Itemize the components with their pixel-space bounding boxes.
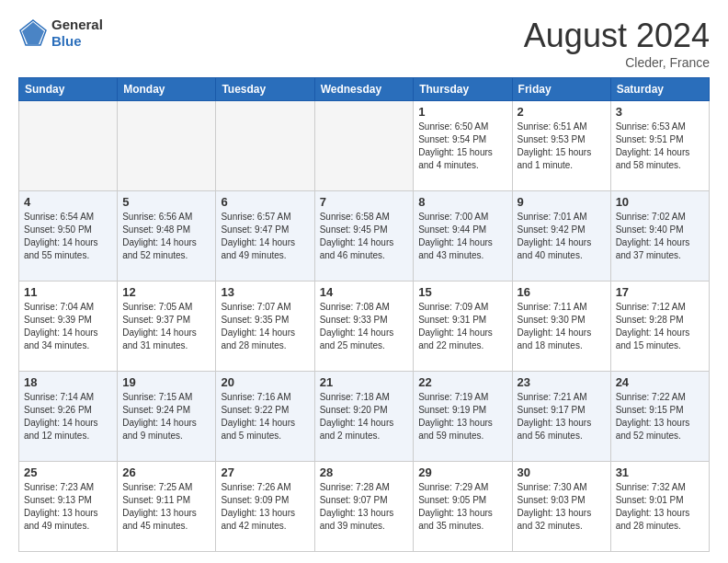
table-row: 15Sunrise: 7:09 AMSunset: 9:31 PMDayligh… <box>414 282 512 372</box>
day-info: Sunrise: 7:00 AMSunset: 9:44 PMDaylight:… <box>418 211 506 262</box>
day-info: Sunrise: 6:58 AMSunset: 9:45 PMDaylight:… <box>320 211 409 262</box>
day-number: 19 <box>122 375 210 389</box>
day-number: 15 <box>418 285 506 299</box>
calendar-week-row: 1Sunrise: 6:50 AMSunset: 9:54 PMDaylight… <box>19 101 710 191</box>
day-info: Sunrise: 7:15 AMSunset: 9:24 PMDaylight:… <box>122 391 210 442</box>
day-info: Sunrise: 7:12 AMSunset: 9:28 PMDaylight:… <box>616 301 704 352</box>
day-info: Sunrise: 7:28 AMSunset: 9:07 PMDaylight:… <box>320 481 409 533</box>
day-number: 17 <box>616 285 704 299</box>
table-row: 3Sunrise: 6:53 AMSunset: 9:51 PMDaylight… <box>610 101 709 191</box>
day-number: 5 <box>122 195 210 209</box>
day-number: 2 <box>518 105 606 119</box>
day-info: Sunrise: 7:22 AMSunset: 9:15 PMDaylight:… <box>616 391 704 442</box>
day-info: Sunrise: 7:14 AMSunset: 9:26 PMDaylight:… <box>24 391 112 442</box>
day-number: 8 <box>418 195 506 209</box>
header-monday: Monday <box>118 78 216 101</box>
table-row: 2Sunrise: 6:51 AMSunset: 9:53 PMDaylight… <box>512 101 610 191</box>
table-row: 8Sunrise: 7:00 AMSunset: 9:44 PMDaylight… <box>414 191 512 282</box>
table-row: 4Sunrise: 6:54 AMSunset: 9:50 PMDaylight… <box>19 191 118 282</box>
table-row: 25Sunrise: 7:23 AMSunset: 9:13 PMDayligh… <box>19 462 118 552</box>
table-row <box>19 101 118 191</box>
day-number: 21 <box>320 375 409 389</box>
day-number: 23 <box>518 375 606 389</box>
table-row: 28Sunrise: 7:28 AMSunset: 9:07 PMDayligh… <box>314 462 414 552</box>
day-info: Sunrise: 7:05 AMSunset: 9:37 PMDaylight:… <box>122 301 210 352</box>
header-friday: Friday <box>512 78 610 101</box>
calendar-week-row: 18Sunrise: 7:14 AMSunset: 9:26 PMDayligh… <box>19 372 710 462</box>
table-row: 6Sunrise: 6:57 AMSunset: 9:47 PMDaylight… <box>216 191 314 282</box>
day-info: Sunrise: 7:08 AMSunset: 9:33 PMDaylight:… <box>320 301 409 352</box>
day-info: Sunrise: 7:23 AMSunset: 9:13 PMDaylight:… <box>24 481 112 533</box>
calendar-week-row: 4Sunrise: 6:54 AMSunset: 9:50 PMDaylight… <box>19 191 710 282</box>
day-number: 12 <box>122 285 210 299</box>
table-row: 7Sunrise: 6:58 AMSunset: 9:45 PMDaylight… <box>314 191 414 282</box>
table-row: 31Sunrise: 7:32 AMSunset: 9:01 PMDayligh… <box>610 462 709 552</box>
logo-text: General Blue <box>51 17 103 50</box>
day-number: 22 <box>418 375 506 389</box>
table-row <box>216 101 314 191</box>
day-info: Sunrise: 7:19 AMSunset: 9:19 PMDaylight:… <box>418 391 506 442</box>
day-info: Sunrise: 7:04 AMSunset: 9:39 PMDaylight:… <box>24 301 112 352</box>
day-info: Sunrise: 6:56 AMSunset: 9:48 PMDaylight:… <box>122 211 210 262</box>
header-wednesday: Wednesday <box>314 78 414 101</box>
table-row: 17Sunrise: 7:12 AMSunset: 9:28 PMDayligh… <box>610 282 709 372</box>
day-number: 10 <box>616 195 704 209</box>
day-number: 14 <box>320 285 409 299</box>
month-year: August 2024 <box>524 17 710 55</box>
day-info: Sunrise: 6:57 AMSunset: 9:47 PMDaylight:… <box>221 211 309 262</box>
day-number: 3 <box>616 105 704 119</box>
location: Cleder, France <box>524 55 710 70</box>
day-number: 29 <box>418 465 506 479</box>
table-row: 20Sunrise: 7:16 AMSunset: 9:22 PMDayligh… <box>216 372 314 462</box>
day-number: 11 <box>24 285 112 299</box>
table-row: 18Sunrise: 7:14 AMSunset: 9:26 PMDayligh… <box>19 372 118 462</box>
day-number: 9 <box>518 195 606 209</box>
day-info: Sunrise: 7:30 AMSunset: 9:03 PMDaylight:… <box>518 481 606 533</box>
day-info: Sunrise: 7:32 AMSunset: 9:01 PMDaylight:… <box>616 481 704 533</box>
day-info: Sunrise: 7:16 AMSunset: 9:22 PMDaylight:… <box>221 391 309 442</box>
page: General Blue August 2024 Cleder, France … <box>0 0 728 563</box>
table-row: 5Sunrise: 6:56 AMSunset: 9:48 PMDaylight… <box>118 191 216 282</box>
table-row: 16Sunrise: 7:11 AMSunset: 9:30 PMDayligh… <box>512 282 610 372</box>
day-info: Sunrise: 6:54 AMSunset: 9:50 PMDaylight:… <box>24 211 112 262</box>
calendar: Sunday Monday Tuesday Wednesday Thursday… <box>18 77 710 552</box>
day-info: Sunrise: 6:53 AMSunset: 9:51 PMDaylight:… <box>616 121 704 172</box>
calendar-week-row: 11Sunrise: 7:04 AMSunset: 9:39 PMDayligh… <box>19 282 710 372</box>
header-thursday: Thursday <box>414 78 512 101</box>
logo-general: General <box>51 17 103 32</box>
header-tuesday: Tuesday <box>216 78 314 101</box>
table-row: 24Sunrise: 7:22 AMSunset: 9:15 PMDayligh… <box>610 372 709 462</box>
header: General Blue August 2024 Cleder, France <box>18 17 710 70</box>
table-row: 27Sunrise: 7:26 AMSunset: 9:09 PMDayligh… <box>216 462 314 552</box>
table-row <box>118 101 216 191</box>
header-saturday: Saturday <box>610 78 709 101</box>
logo: General Blue <box>18 17 103 50</box>
table-row: 13Sunrise: 7:07 AMSunset: 9:35 PMDayligh… <box>216 282 314 372</box>
table-row: 9Sunrise: 7:01 AMSunset: 9:42 PMDaylight… <box>512 191 610 282</box>
day-info: Sunrise: 7:07 AMSunset: 9:35 PMDaylight:… <box>221 301 309 352</box>
svg-marker-0 <box>22 22 44 44</box>
day-info: Sunrise: 7:01 AMSunset: 9:42 PMDaylight:… <box>518 211 606 262</box>
day-number: 4 <box>24 195 112 209</box>
calendar-header-row: Sunday Monday Tuesday Wednesday Thursday… <box>19 78 710 101</box>
day-info: Sunrise: 7:11 AMSunset: 9:30 PMDaylight:… <box>518 301 606 352</box>
table-row: 10Sunrise: 7:02 AMSunset: 9:40 PMDayligh… <box>610 191 709 282</box>
calendar-week-row: 25Sunrise: 7:23 AMSunset: 9:13 PMDayligh… <box>19 462 710 552</box>
day-info: Sunrise: 7:29 AMSunset: 9:05 PMDaylight:… <box>418 481 506 533</box>
day-info: Sunrise: 7:18 AMSunset: 9:20 PMDaylight:… <box>320 391 409 442</box>
day-number: 6 <box>221 195 309 209</box>
table-row: 29Sunrise: 7:29 AMSunset: 9:05 PMDayligh… <box>414 462 512 552</box>
day-info: Sunrise: 6:51 AMSunset: 9:53 PMDaylight:… <box>518 121 606 172</box>
day-number: 13 <box>221 285 309 299</box>
day-number: 28 <box>320 465 409 479</box>
day-number: 30 <box>518 465 606 479</box>
day-number: 20 <box>221 375 309 389</box>
day-number: 31 <box>616 465 704 479</box>
table-row: 12Sunrise: 7:05 AMSunset: 9:37 PMDayligh… <box>118 282 216 372</box>
day-info: Sunrise: 7:26 AMSunset: 9:09 PMDaylight:… <box>221 481 309 533</box>
table-row: 23Sunrise: 7:21 AMSunset: 9:17 PMDayligh… <box>512 372 610 462</box>
day-number: 26 <box>122 465 210 479</box>
day-info: Sunrise: 6:50 AMSunset: 9:54 PMDaylight:… <box>418 121 506 172</box>
logo-blue: Blue <box>51 33 82 49</box>
table-row: 11Sunrise: 7:04 AMSunset: 9:39 PMDayligh… <box>19 282 118 372</box>
